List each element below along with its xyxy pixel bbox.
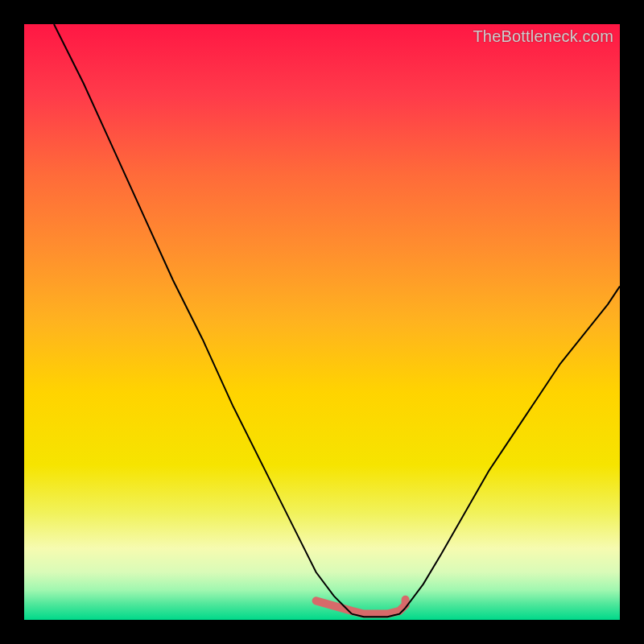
background-gradient xyxy=(24,24,620,620)
plot-svg xyxy=(24,24,620,620)
plot-area: TheBottleneck.com xyxy=(24,24,620,620)
watermark-text: TheBottleneck.com xyxy=(473,27,613,46)
chart-stage: TheBottleneck.com xyxy=(0,0,644,644)
